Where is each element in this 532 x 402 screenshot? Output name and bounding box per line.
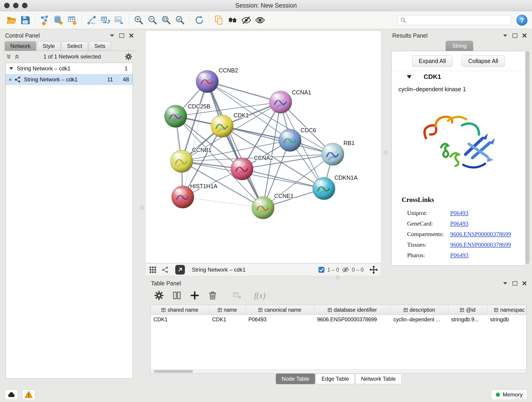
- crosslink-value[interactable]: P06493: [450, 210, 468, 217]
- tab-string[interactable]: String: [446, 41, 473, 51]
- network-node-ccnb1[interactable]: [171, 150, 193, 172]
- close-panel-icon[interactable]: [522, 33, 526, 38]
- column-header-namespac[interactable]: namespac: [487, 305, 526, 315]
- network-edge[interactable]: [183, 197, 263, 208]
- delete-column-button[interactable]: [207, 290, 218, 301]
- maximize-window-button[interactable]: [22, 3, 27, 8]
- table-row[interactable]: CDK1CDK1P064939606.ENSP00000378699cyclin…: [151, 315, 526, 324]
- zoom-fit-button[interactable]: [159, 13, 173, 27]
- network-node-ccna2[interactable]: [231, 158, 253, 180]
- network-node-ccnb2[interactable]: [196, 70, 219, 93]
- tab-style[interactable]: Style: [37, 41, 60, 51]
- network-edge[interactable]: [183, 82, 207, 197]
- crosslink-value[interactable]: 9606.ENSP00000378699: [450, 241, 511, 248]
- panel-menu-icon[interactable]: [503, 34, 507, 37]
- network-node-cdkn1a[interactable]: [313, 177, 335, 200]
- crosslink-value[interactable]: P06493: [450, 252, 468, 259]
- zoom-in-button[interactable]: [132, 13, 146, 27]
- tree-expander-icon[interactable]: [9, 67, 13, 70]
- selected-checkbox-icon[interactable]: [318, 267, 325, 273]
- network-row-selected[interactable]: String Network – cdk1 11 48: [6, 74, 133, 85]
- network-node-ccne1[interactable]: [252, 197, 274, 219]
- import-network-from-file-button[interactable]: [38, 13, 51, 27]
- zoom-selected-button[interactable]: [173, 13, 187, 27]
- show-columns-button[interactable]: [172, 290, 182, 301]
- collapse-all-button[interactable]: Collapse All: [462, 56, 505, 67]
- tab-network-table[interactable]: Network Table: [355, 374, 402, 384]
- column-header-description[interactable]: description: [391, 305, 448, 315]
- crosslink-value[interactable]: 9606.ENSP00000378699: [450, 231, 511, 238]
- string-home-button[interactable]: [226, 13, 239, 27]
- network-node-cdc6[interactable]: [279, 129, 301, 152]
- minimize-window-button[interactable]: [13, 3, 19, 8]
- table-cell[interactable]: CDK1: [151, 315, 209, 324]
- close-panel-icon[interactable]: [129, 33, 133, 38]
- table-cell[interactable]: stringdb:9...: [448, 315, 487, 324]
- network-node-rb1[interactable]: [322, 143, 344, 166]
- refresh-network-button[interactable]: [192, 13, 206, 27]
- panel-menu-icon[interactable]: [110, 34, 114, 37]
- float-panel-icon[interactable]: [119, 33, 124, 38]
- network-graph[interactable]: CCNB2CCNA1CDC25BCDK1CDC6RB1CCNB1CCNA2CDK…: [146, 31, 381, 263]
- save-session-button[interactable]: [18, 13, 32, 27]
- entry-header[interactable]: CDK1: [407, 73, 441, 80]
- column-header-database-identifier[interactable]: database identifier: [314, 305, 391, 315]
- crosslink-value[interactable]: P06493: [450, 220, 468, 227]
- table-cell[interactable]: 9606.ENSP00000378699: [314, 315, 391, 324]
- table-cell[interactable]: stringdb: [487, 315, 526, 324]
- add-column-button[interactable]: [190, 290, 200, 301]
- birdseye-toggle-button[interactable]: [149, 266, 157, 274]
- bottom-splitter-handle[interactable]: [336, 275, 340, 279]
- results-scrollbar[interactable]: [526, 51, 529, 264]
- expand-all-button[interactable]: Expand All: [412, 56, 452, 67]
- right-splitter-handle[interactable]: [384, 151, 387, 155]
- horizontal-scrollbar[interactable]: [151, 369, 526, 373]
- column-header-@id[interactable]: @id: [448, 305, 487, 315]
- network-info-button[interactable]: [161, 266, 169, 274]
- table-cell[interactable]: cyclin–dependent ...: [391, 315, 448, 324]
- function-builder-button[interactable]: f(x): [254, 290, 266, 301]
- show-graphics-button[interactable]: [253, 13, 267, 27]
- network-node-cdc25b[interactable]: [165, 105, 187, 128]
- network-node-cdk1[interactable]: [211, 115, 233, 137]
- panel-menu-icon[interactable]: [503, 282, 507, 285]
- float-panel-icon[interactable]: [513, 33, 517, 38]
- cloud-button[interactable]: [5, 389, 18, 400]
- export-view-button[interactable]: [175, 265, 185, 274]
- clone-network-button[interactable]: [99, 13, 112, 27]
- network-edge[interactable]: [242, 169, 324, 189]
- left-splitter-handle[interactable]: [140, 205, 144, 209]
- move-crosshair-icon[interactable]: [370, 266, 378, 274]
- column-header-name[interactable]: name: [209, 305, 246, 315]
- gear-icon[interactable]: [125, 53, 133, 61]
- tab-sets[interactable]: Sets: [89, 41, 111, 51]
- close-window-button[interactable]: [4, 3, 10, 8]
- zoom-out-button[interactable]: [146, 13, 159, 27]
- network-canvas[interactable]: CCNB2CCNA1CDC25BCDK1CDC6RB1CCNB1CCNA2CDK…: [145, 31, 381, 263]
- open-session-button[interactable]: [5, 13, 18, 27]
- tab-edge-table[interactable]: Edge Table: [316, 374, 355, 384]
- table-cell[interactable]: CDK1: [209, 315, 246, 324]
- network-edge[interactable]: [207, 82, 280, 102]
- memory-button[interactable]: Memory: [491, 389, 527, 400]
- float-panel-icon[interactable]: [513, 281, 517, 286]
- import-table-from-file-button[interactable]: [65, 13, 79, 27]
- tab-node-table[interactable]: Node Table: [276, 374, 315, 384]
- documents-button[interactable]: [212, 13, 226, 27]
- warnings-button[interactable]: [22, 389, 35, 400]
- tab-select[interactable]: Select: [61, 41, 88, 51]
- export-image-button[interactable]: [112, 13, 126, 27]
- table-settings-button[interactable]: [154, 290, 164, 301]
- delete-table-button[interactable]: [232, 290, 242, 301]
- search-box[interactable]: [397, 15, 511, 25]
- table-cell[interactable]: P06493: [246, 315, 314, 324]
- network-from-selection-button[interactable]: [85, 13, 99, 27]
- search-input[interactable]: [408, 17, 508, 23]
- network-collection-row[interactable]: String Network – cdk1 1: [6, 63, 133, 74]
- close-panel-icon[interactable]: [522, 281, 526, 285]
- scrollbar-thumb[interactable]: [154, 370, 193, 373]
- column-header-shared-name[interactable]: shared name: [151, 305, 209, 315]
- help-button[interactable]: ?: [516, 15, 527, 26]
- column-header-canonical-name[interactable]: canonical name: [246, 305, 314, 315]
- network-node-ccna1[interactable]: [269, 91, 292, 113]
